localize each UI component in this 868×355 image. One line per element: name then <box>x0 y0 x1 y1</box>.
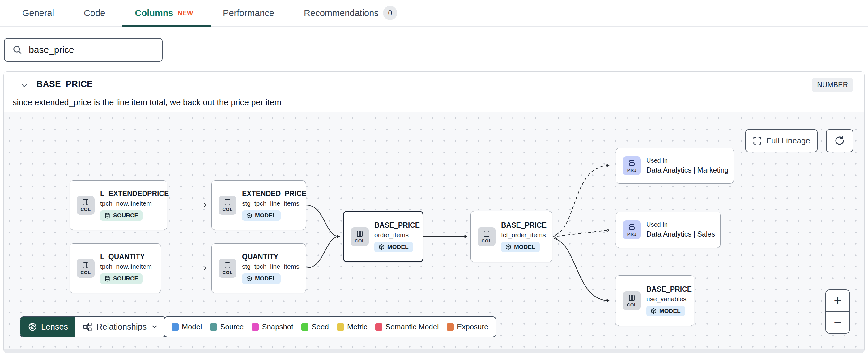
lineage-node-base-price-use-variables[interactable]: COL BASE_PRICE use_variables MODEL <box>616 275 694 326</box>
chip-label: COL <box>627 302 637 307</box>
relationships-icon <box>83 322 92 331</box>
tab-recommendations[interactable]: Recommendations 0 <box>304 0 397 26</box>
model-badge: MODEL <box>646 306 685 316</box>
search-value: base_price <box>29 45 74 55</box>
node-subtitle: tpch_now.lineitem <box>100 200 152 207</box>
tab-general[interactable]: General <box>22 0 54 26</box>
chip-label: PRJ <box>627 231 637 237</box>
columns-icon <box>356 230 364 237</box>
expand-icon <box>753 136 762 145</box>
chip-label: COL <box>222 270 232 275</box>
panel-bottom-shadow <box>4 349 864 353</box>
chip-label: COL <box>81 207 91 212</box>
badge-label: SOURCE <box>113 275 138 282</box>
tab-label: Performance <box>223 8 274 18</box>
node-title: Data Analytics | Sales <box>646 230 715 238</box>
node-title: QUANTITY <box>242 253 279 261</box>
node-title: BASE_PRICE <box>501 221 547 230</box>
chip-label: PRJ <box>627 167 637 173</box>
archive-icon <box>628 223 636 231</box>
node-subtitle: fct_order_items <box>501 231 546 239</box>
tab-label: Columns <box>135 8 174 18</box>
new-badge: NEW <box>178 9 193 17</box>
source-badge: SOURCE <box>100 273 143 284</box>
node-subtitle: stg_tpch_line_items <box>242 263 300 270</box>
badge-label: MODEL <box>255 212 276 219</box>
model-badge: MODEL <box>242 273 281 284</box>
tab-bar: General Code Columns NEW Performance Rec… <box>0 0 868 27</box>
aperture-icon <box>28 322 37 331</box>
lineage-node-base-price-fct-order-items[interactable]: COL BASE_PRICE fct_order_items MODEL <box>470 211 552 262</box>
node-title: BASE_PRICE <box>646 285 692 293</box>
lineage-node-quantity[interactable]: COL QUANTITY stg_tpch_line_items MODEL <box>211 243 306 293</box>
chip-label: COL <box>354 238 365 243</box>
tab-label: General <box>22 8 54 18</box>
chip-label: COL <box>81 270 91 275</box>
legend-swatch <box>375 323 382 331</box>
legend-swatch <box>301 323 309 331</box>
column-type-badge: NUMBER <box>812 78 853 92</box>
node-subtitle: order_items <box>374 231 409 239</box>
lineage-canvas[interactable]: COL L_EXTENDEDPRICE tpch_now.lineitem SO… <box>4 112 865 349</box>
project-chip: PRJ <box>623 220 641 239</box>
cube-icon <box>246 276 252 282</box>
column-chip: COL <box>351 227 369 246</box>
node-title: L_EXTENDEDPRICE <box>100 189 169 198</box>
tab-code[interactable]: Code <box>84 0 105 26</box>
legend-swatch <box>210 323 217 331</box>
cube-icon <box>246 213 252 218</box>
zoom-out-button[interactable]: − <box>826 312 849 333</box>
full-lineage-button[interactable]: Full Lineage <box>745 129 817 152</box>
columns-icon <box>628 294 636 301</box>
search-input[interactable]: base_price <box>4 38 163 62</box>
tab-columns[interactable]: Columns NEW <box>135 0 193 26</box>
relationships-label: Relationships <box>96 322 147 332</box>
node-title: BASE_PRICE <box>374 221 420 230</box>
count-badge: 0 <box>383 6 397 20</box>
badge-label: MODEL <box>514 244 535 250</box>
badge-label: SOURCE <box>113 212 138 219</box>
column-chip: COL <box>477 227 496 246</box>
zoom-in-button[interactable]: + <box>826 290 849 312</box>
lineage-legend: Model Source Snapshot Seed Metric <box>163 316 496 337</box>
legend-item-snapshot: Snapshot <box>252 323 293 331</box>
lenses-control: Lenses Relationships <box>20 316 166 337</box>
lineage-node-used-in-marketing[interactable]: PRJ Used In Data Analytics | Marketing <box>616 148 734 184</box>
collapse-chevron-icon[interactable] <box>21 82 28 91</box>
tab-label: Recommendations <box>304 8 379 18</box>
badge-label: MODEL <box>659 308 681 315</box>
lineage-edges <box>4 112 865 349</box>
lenses-button[interactable]: Lenses <box>21 317 75 337</box>
node-subtitle: use_variables <box>646 295 686 303</box>
node-title: Data Analytics | Marketing <box>646 166 728 174</box>
badge-label: MODEL <box>255 275 276 282</box>
lineage-node-used-in-sales[interactable]: PRJ Used In Data Analytics | Sales <box>616 211 720 248</box>
used-in-eyebrow: Used In <box>646 157 668 164</box>
refresh-button[interactable] <box>826 129 853 152</box>
legend-swatch <box>172 323 179 331</box>
relationships-dropdown[interactable]: Relationships <box>75 317 166 337</box>
archive-icon <box>628 159 636 167</box>
legend-item-metric: Metric <box>337 323 367 331</box>
lineage-node-extended-price[interactable]: COL EXTENDED_PRICE stg_tpch_line_items M… <box>211 180 306 230</box>
tab-performance[interactable]: Performance <box>223 0 274 26</box>
node-title: L_QUANTITY <box>100 253 145 261</box>
columns-icon <box>82 262 89 269</box>
database-icon <box>104 276 111 282</box>
columns-icon <box>224 262 231 269</box>
column-chip: COL <box>219 259 237 278</box>
zoom-control: + − <box>825 290 850 334</box>
lineage-node-l-extendedprice[interactable]: COL L_EXTENDEDPRICE tpch_now.lineitem SO… <box>69 180 167 230</box>
refresh-icon <box>834 136 845 146</box>
column-chip: COL <box>77 259 95 278</box>
lineage-node-base-price-order-items[interactable]: COL BASE_PRICE order_items MODEL <box>343 211 424 262</box>
legend-swatch <box>252 323 259 331</box>
legend-item-seed: Seed <box>301 323 329 331</box>
node-subtitle: tpch_now.lineitem <box>100 263 152 270</box>
cube-icon <box>379 244 384 250</box>
model-badge: MODEL <box>501 242 540 252</box>
project-chip: PRJ <box>623 156 641 175</box>
lineage-node-l-quantity[interactable]: COL L_QUANTITY tpch_now.lineitem SOURCE <box>69 243 161 293</box>
column-title: BASE_PRICE <box>36 79 93 89</box>
chip-label: COL <box>481 238 492 243</box>
